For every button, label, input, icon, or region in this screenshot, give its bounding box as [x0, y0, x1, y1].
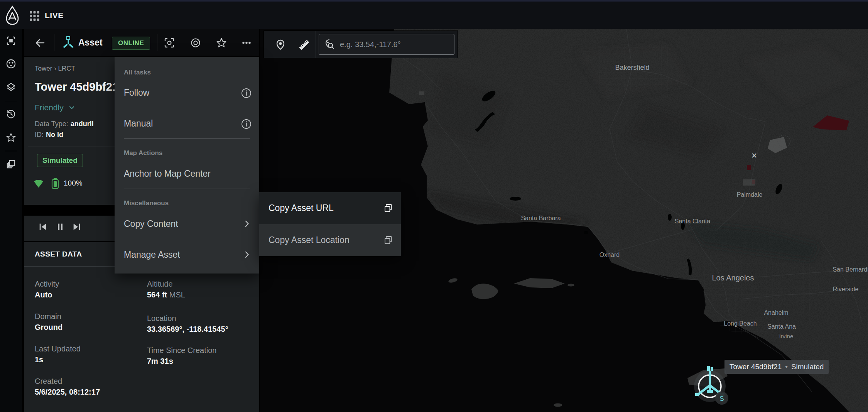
signal-wifi-icon: [33, 178, 44, 189]
tooltip-status: Simulated: [791, 363, 824, 371]
menu-section-header: Miscellaneous: [124, 199, 169, 207]
drop-pin-tool-icon[interactable]: [275, 39, 286, 51]
city-label: Palmdale: [737, 191, 763, 198]
map-toolbar: [263, 30, 458, 58]
city-label: Riverside: [833, 286, 859, 292]
battery-icon: [50, 177, 60, 189]
info-icon[interactable]: [241, 119, 252, 129]
field-last-updated: Last Updated 1s: [35, 344, 143, 365]
sidebar-item-history[interactable]: [6, 109, 16, 119]
map-tooltip: Tower 45d9bf21•Simulated: [724, 360, 829, 374]
city-label: Oxnard: [599, 252, 620, 258]
menu-item-manage-asset[interactable]: Manage Asset: [124, 250, 180, 260]
tooltip-separator: •: [785, 363, 788, 371]
menu-item-follow[interactable]: Follow: [124, 88, 149, 98]
status-badge: ONLINE: [112, 37, 150, 50]
asset-data-section-title: ASSET DATA: [35, 250, 82, 258]
center-on-asset-icon[interactable]: [164, 37, 175, 49]
asset-panel-header: Asset ONLINE: [24, 29, 259, 57]
city-label: Irvine: [779, 333, 794, 339]
id-row: ID:No Id: [35, 131, 63, 139]
city-label: Santa Barbara: [521, 215, 561, 221]
marker-sim-badge: S: [719, 395, 724, 402]
page-title: LIVE: [45, 11, 64, 20]
asset-type-title: Asset: [78, 37, 103, 48]
field-altitude: Altitude 564 ft MSL: [147, 279, 255, 301]
skip-to-start-button[interactable]: [38, 222, 47, 231]
tooltip-asset-name: Tower 45d9bf21: [730, 363, 782, 371]
back-button[interactable]: [34, 37, 46, 49]
city-label: San Bernardino: [833, 266, 868, 273]
x-marker-icon[interactable]: ✕: [751, 152, 757, 160]
data-type-value: anduril: [71, 120, 94, 128]
menu-item-copy-content[interactable]: Copy Content: [124, 219, 178, 229]
simulated-badge: Simulated: [37, 154, 83, 167]
id-label: ID:: [35, 131, 44, 138]
tower-asset-icon: [62, 36, 74, 49]
submenu-item-copy-asset-location[interactable]: Copy Asset Location: [259, 224, 401, 256]
field-activity: Activity Auto: [35, 279, 143, 301]
chevron-right-icon: [243, 250, 251, 259]
header-divider: [157, 34, 157, 51]
menu-divider: [124, 189, 250, 189]
city-label: Long Beach: [724, 320, 757, 327]
more-options-icon[interactable]: [241, 37, 252, 49]
city-label: Los Angeles: [712, 274, 754, 282]
field-created: Created 5/6/2025, 08:12:17: [35, 376, 143, 398]
sidebar: [0, 29, 22, 412]
anduril-logo-icon: [4, 5, 21, 25]
menu-item-manual[interactable]: Manual: [124, 118, 153, 129]
toolbar-divider: [316, 31, 316, 58]
menu-item-anchor-to-map-center[interactable]: Anchor to Map Center: [124, 169, 211, 179]
city-label: Bakersfield: [615, 64, 649, 71]
city-label: Anaheim: [764, 309, 788, 316]
chevron-down-icon: [68, 104, 75, 111]
city-label: Santa Clarita: [675, 218, 711, 225]
sidebar-divider: [5, 151, 17, 151]
field-time-since-creation: Time Since Creation 7m 31s: [147, 345, 255, 367]
asset-name-title: Tower 45d9bf21: [35, 81, 118, 93]
copy-icon: [383, 235, 393, 245]
sidebar-item-entities[interactable]: [6, 59, 16, 69]
search-location-icon: [324, 39, 335, 50]
search-input[interactable]: [339, 40, 454, 49]
affiliation-dropdown[interactable]: Friendly: [35, 103, 75, 112]
skip-to-live-button[interactable]: [72, 222, 81, 231]
data-type-row: Data Type:anduril: [35, 120, 94, 128]
battery-percent: 100%: [64, 179, 83, 187]
field-location: Location 33.36569°, -118.41545°: [147, 313, 255, 335]
copy-content-submenu: Copy Asset URL Copy Asset Location: [259, 192, 401, 256]
affiliation-label: Friendly: [35, 103, 64, 112]
id-value: No Id: [46, 131, 63, 138]
menu-section-header: Map Actions: [124, 149, 162, 157]
watch-eye-icon[interactable]: [190, 37, 201, 49]
pause-button[interactable]: [56, 222, 65, 231]
field-domain: Domain Ground: [35, 311, 143, 333]
top-bar: LIVE: [0, 0, 868, 29]
app-grid-icon[interactable]: [29, 11, 40, 21]
sidebar-item-windows[interactable]: [6, 159, 16, 169]
info-icon[interactable]: [241, 88, 252, 98]
sidebar-item-starred[interactable]: [6, 132, 16, 143]
asset-context-menu: All tasks Follow Manual Map Actions Anch…: [115, 57, 259, 274]
submenu-item-copy-asset-url[interactable]: Copy Asset URL: [259, 192, 401, 224]
favorite-star-icon[interactable]: [216, 37, 227, 49]
sidebar-item-layers[interactable]: [6, 82, 16, 92]
measure-ruler-tool-icon[interactable]: [298, 39, 310, 51]
breadcrumb: Tower › LRCT: [35, 65, 75, 73]
chevron-right-icon: [243, 219, 251, 228]
coordinate-search[interactable]: [319, 34, 454, 55]
menu-divider: [124, 138, 250, 139]
header-divider: [54, 34, 54, 51]
city-label: Santa Ana: [767, 323, 796, 330]
sidebar-divider: [5, 101, 17, 101]
data-type-label: Data Type:: [35, 120, 68, 128]
sidebar-item-focus[interactable]: [6, 35, 16, 46]
menu-section-header: All tasks: [124, 69, 151, 76]
copy-icon: [383, 203, 393, 213]
